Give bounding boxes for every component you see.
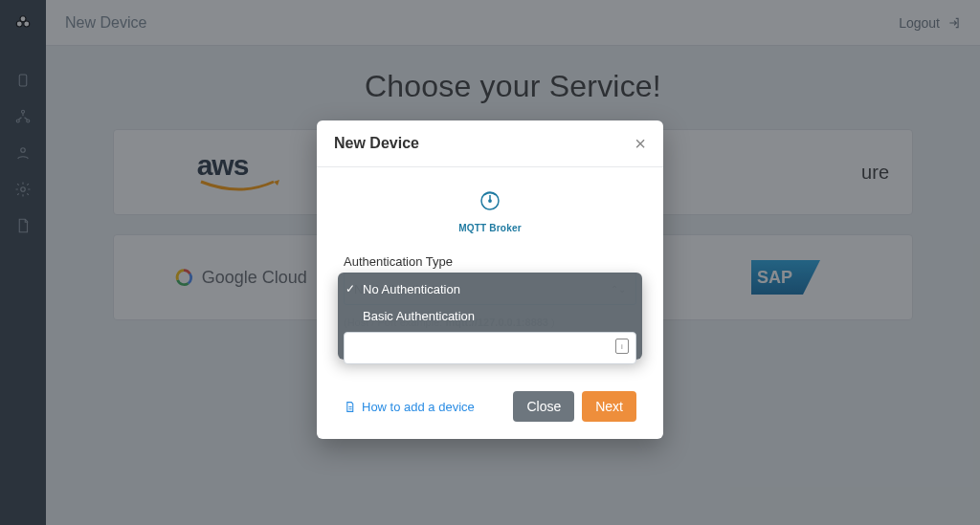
auth-select-wrap: No Authentication ⌃⌄ No Authentication B…	[344, 273, 636, 305]
how-to-link[interactable]: How to add a device	[344, 400, 475, 414]
broker-logo: MQTT Broker	[344, 183, 636, 247]
broker-label: MQTT Broker	[344, 223, 636, 233]
modal-body: MQTT Broker Authentication Type No Authe…	[317, 167, 663, 374]
svg-point-11	[488, 199, 492, 203]
auth-option-basic[interactable]: Basic Authentication	[338, 303, 642, 330]
doc-icon	[344, 401, 356, 413]
modal-footer: How to add a device Close Next	[317, 380, 663, 439]
modal-title: New Device	[334, 135, 419, 152]
host-badge-icon: i	[615, 339, 629, 354]
modal-close-button[interactable]: ×	[635, 134, 646, 153]
auth-option-none[interactable]: No Authentication	[338, 276, 642, 303]
next-button[interactable]: Next	[582, 391, 636, 422]
new-device-modal: New Device × MQTT Broker Authentication …	[317, 120, 663, 439]
host-input[interactable]	[344, 332, 636, 364]
auth-type-label: Authentication Type	[344, 254, 636, 269]
modal-header: New Device ×	[317, 120, 663, 167]
close-button[interactable]: Close	[513, 391, 574, 422]
